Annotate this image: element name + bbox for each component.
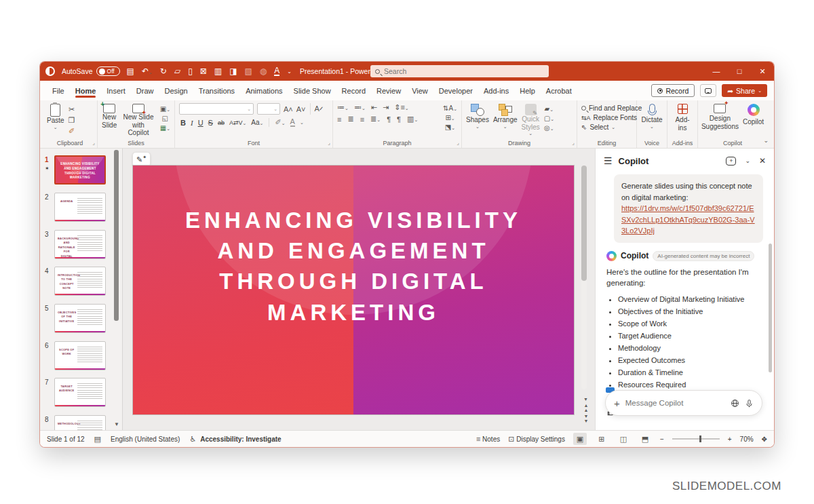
customize-qat-icon[interactable]: ⌄ — [287, 69, 292, 75]
open-icon[interactable]: ▱ — [174, 66, 180, 76]
italic-button[interactable]: I — [191, 119, 193, 127]
tab-help[interactable]: Help — [514, 83, 541, 98]
text-direction-icon[interactable]: ⇅A⌄ — [443, 104, 457, 112]
copilot-scrollbar[interactable] — [769, 244, 772, 372]
close-panel-icon[interactable]: ✕ — [759, 156, 766, 166]
new-chat-icon[interactable]: + — [726, 157, 736, 166]
justify-icon[interactable]: ≣⌄ — [370, 115, 381, 123]
drawing-dialog-launcher[interactable]: ⌟ — [572, 140, 575, 146]
add-ins-button[interactable]: Add-ins — [672, 104, 693, 132]
slide-canvas[interactable]: ENHANCING VISIBILITY AND ENGAGEMENT THRO… — [133, 166, 574, 414]
tab-animations[interactable]: Animations — [240, 83, 288, 98]
close-button[interactable]: ✕ — [751, 62, 774, 81]
record-button[interactable]: Record — [651, 84, 695, 97]
strikethrough-button[interactable]: S — [208, 119, 213, 127]
chevron-down-icon[interactable]: ⌄ — [745, 157, 750, 164]
section-icon[interactable]: ▦⌄ — [160, 124, 170, 132]
align-left-icon[interactable]: ≡ — [337, 115, 341, 123]
copy-icon[interactable]: ❐ — [69, 116, 75, 125]
paste-button[interactable]: Paste⌄ — [47, 104, 64, 136]
tab-slide-show[interactable]: Slide Show — [288, 83, 336, 98]
comment-icon[interactable]: ◍ — [260, 66, 267, 76]
copilot-message-box[interactable]: + — [605, 390, 762, 416]
shape-fill-icon[interactable]: ▰⌄ — [545, 105, 554, 113]
notes-button[interactable]: ≡ Notes — [476, 435, 500, 443]
tab-view[interactable]: View — [406, 83, 433, 98]
find-replace-button[interactable]: Find and Replace — [581, 104, 632, 112]
ltr-icon[interactable]: ¶ — [387, 115, 391, 123]
shapes-button[interactable]: Shapes⌄ — [466, 104, 489, 136]
increase-indent-icon[interactable]: ⇥ — [383, 103, 389, 112]
thumbnail-slide-6[interactable]: SCOPE OF WORK — [54, 341, 106, 370]
select-button[interactable]: ⇖ Select⌄ — [581, 123, 632, 131]
decrease-indent-icon[interactable]: ⇤ — [371, 103, 377, 112]
reset-slide-icon[interactable]: ◱ — [162, 115, 168, 122]
save-icon[interactable]: ▤ — [127, 66, 134, 76]
tab-developer[interactable]: Developer — [433, 83, 478, 98]
font-dialog-launcher[interactable]: ⌟ — [328, 140, 330, 146]
slide-scrollbar[interactable] — [581, 166, 587, 389]
tab-file[interactable]: File — [47, 83, 70, 98]
cut-icon[interactable]: ✂ — [69, 105, 75, 114]
redo-icon[interactable]: ↻ — [160, 66, 167, 76]
tab-design[interactable]: Design — [159, 83, 193, 98]
line-spacing-icon[interactable]: ⇕≡⌄ — [394, 103, 409, 112]
thumbnail-slide-2[interactable]: AGENDA — [54, 193, 106, 222]
clear-formatting-icon[interactable]: A𝄍 — [315, 104, 324, 113]
convert-smartart-icon[interactable]: ⬔⌄ — [445, 123, 455, 131]
font-color-button[interactable]: A — [290, 118, 295, 127]
normal-view-button[interactable]: ▣ — [573, 433, 587, 445]
thumbnail-scrollbar[interactable] — [114, 150, 119, 321]
tab-insert[interactable]: Insert — [101, 83, 131, 98]
shape-outline-icon[interactable]: ▢⌄ — [544, 115, 554, 122]
search-box[interactable] — [370, 65, 549, 77]
minimize-button[interactable]: — — [705, 62, 728, 81]
thumbnail-slide-3[interactable]: BACKGROUND AND RATIONALE FOR DIGITAL MAR… — [54, 230, 106, 259]
comments-button[interactable] — [700, 84, 716, 97]
zoom-slider-thumb[interactable] — [699, 435, 701, 442]
tab-home[interactable]: Home — [70, 83, 102, 98]
undo-icon[interactable]: ↶⌄ — [142, 66, 153, 76]
align-text-icon[interactable]: ⊞⌄ — [445, 114, 454, 121]
thumbnail-slide-7[interactable]: TARGET AUDIENCE — [54, 378, 106, 407]
search-input[interactable] — [384, 67, 544, 75]
autosave-toggle[interactable]: Off — [96, 66, 120, 76]
concept-note-link[interactable]: https://1drv.ms/w/c/1f507dbf39c62721/ESX… — [621, 204, 755, 235]
language-indicator[interactable]: English (United States) — [111, 435, 180, 443]
thumbnail-slide-8[interactable]: METHODOLOGY — [54, 415, 106, 430]
slide-layout-icon[interactable]: ▣⌄ — [160, 105, 170, 113]
thumbnail-slide-4[interactable]: INTRODUCTION TO THE CONCEPT NOTE — [54, 267, 106, 296]
zoom-slider[interactable] — [672, 438, 720, 440]
accessibility-status[interactable]: Accessibility: Investigate — [200, 435, 282, 443]
copilot-message-input[interactable] — [625, 399, 725, 407]
new-document-icon[interactable]: ▯ — [188, 66, 193, 76]
slide-title-text[interactable]: ENHANCING VISIBILITY AND ENGAGEMENT THRO… — [133, 205, 574, 328]
tab-transitions[interactable]: Transitions — [193, 83, 240, 98]
attach-plus-icon[interactable]: + — [614, 398, 620, 409]
copilot-button[interactable]: Copilot — [743, 104, 764, 130]
paragraph-dialog-launcher[interactable]: ⌟ — [457, 140, 459, 146]
zoom-level[interactable]: 70% — [740, 435, 754, 443]
maximize-button[interactable]: □ — [728, 62, 751, 81]
display-settings-button[interactable]: ⊡ Display Settings — [508, 435, 565, 444]
columns-icon[interactable]: ▥⌄ — [407, 115, 418, 123]
print-icon[interactable]: ▥ — [214, 66, 222, 76]
tab-add-ins[interactable]: Add-ins — [478, 83, 514, 98]
align-center-icon[interactable]: ≣ — [347, 115, 353, 123]
numbering-icon[interactable]: ≕⌄ — [354, 103, 366, 112]
thumbnail-scroll-down-icon[interactable]: ▼ — [114, 421, 119, 427]
spell-check-icon[interactable]: ▤ — [94, 435, 101, 444]
character-spacing-button[interactable]: A⇄V⌄ — [229, 119, 246, 126]
font-color-icon[interactable]: A — [274, 66, 279, 76]
clipboard-dialog-launcher[interactable]: ⌟ — [92, 140, 95, 146]
scroll-down-icon[interactable]: ▼ — [583, 397, 588, 402]
share-button[interactable]: ➦ Share ⌄ — [722, 84, 767, 97]
dictate-button[interactable]: Dictate⌄ — [641, 104, 662, 130]
tab-draw[interactable]: Draw — [131, 83, 159, 98]
start-slideshow-icon[interactable]: ◨ — [229, 66, 237, 76]
new-slide-button[interactable]: + New Slide — [102, 104, 117, 137]
designer-button[interactable]: ✎✦ — [132, 152, 151, 167]
slideshow-view-button[interactable]: ⬒ — [638, 433, 652, 445]
font-size-select[interactable]: ⌄ — [257, 103, 280, 115]
microphone-icon[interactable] — [745, 399, 754, 408]
